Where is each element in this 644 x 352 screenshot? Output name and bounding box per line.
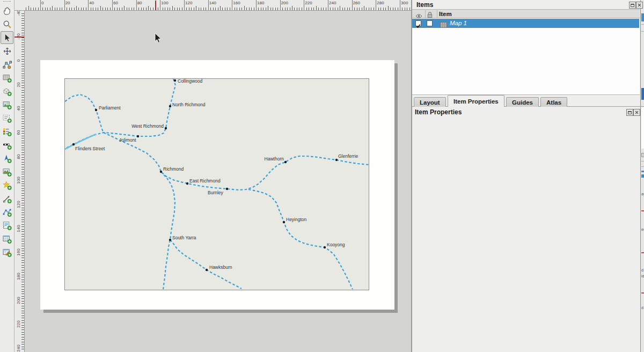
ruler-tick <box>376 0 376 10</box>
ruler-tick <box>21 23 24 24</box>
ruler-tick <box>112 0 113 10</box>
layout-canvas[interactable]: CollingwoodNorth RichmondWest RichmondPa… <box>25 11 411 352</box>
ruler-tick <box>21 42 24 43</box>
ruler-tick <box>45 8 46 10</box>
tab-layout[interactable]: Layout <box>414 97 446 107</box>
ruler-tick <box>170 8 170 10</box>
ruler-tick <box>21 52 24 52</box>
toolbar-drag-handle[interactable] <box>3 1 11 3</box>
ruler-tick <box>388 6 389 10</box>
add-marker-button[interactable] <box>1 179 13 192</box>
edge-artifact <box>641 166 644 167</box>
ruler-tick <box>21 282 24 282</box>
ruler-label: 180 <box>14 272 25 281</box>
ruler-tick <box>191 8 192 10</box>
add-html-button[interactable] <box>1 219 13 232</box>
ruler-tick <box>21 291 24 292</box>
add-scalebar-button[interactable] <box>1 138 13 151</box>
select-move-item-button[interactable] <box>1 31 13 44</box>
ruler-tick <box>31 8 31 10</box>
edge-artifact <box>641 292 644 294</box>
ruler-tick <box>93 8 93 10</box>
add-node-item-button[interactable] <box>1 206 13 218</box>
lock-checkbox[interactable] <box>427 20 433 26</box>
ruler-tick <box>136 0 137 10</box>
ruler-tick <box>237 8 237 10</box>
ruler-tick <box>326 8 326 10</box>
add-picture-icon <box>3 100 12 109</box>
ruler-tick <box>141 8 142 10</box>
ruler-tick <box>21 20 24 21</box>
ruler-tick <box>71 8 72 10</box>
zoom-button[interactable] <box>1 18 13 31</box>
ruler-tick <box>179 8 180 10</box>
ruler-tick <box>21 234 24 234</box>
edit-nodes-item-button[interactable] <box>1 58 13 71</box>
item-properties-close-button[interactable] <box>633 109 640 116</box>
add-north-arrow-button[interactable] <box>1 152 13 165</box>
ruler-tick <box>167 8 168 10</box>
items-list[interactable]: Map 1 <box>412 18 640 95</box>
column-divider <box>437 10 437 18</box>
ruler-tick <box>21 28 24 28</box>
station-label: West Richmond <box>131 123 164 129</box>
ruler-corner <box>14 0 25 11</box>
map-item-frame[interactable]: CollingwoodNorth RichmondWest RichmondPa… <box>64 78 369 290</box>
move-item-content-button[interactable] <box>1 45 13 57</box>
add-fixed-table-button[interactable] <box>1 246 13 259</box>
add-node-item-icon <box>3 208 12 217</box>
ruler-tick <box>273 8 273 10</box>
add-attribute-table-icon <box>3 234 12 244</box>
add-label-button[interactable] <box>1 112 13 124</box>
edge-artifact <box>641 24 644 25</box>
station-dot <box>95 109 97 111</box>
station-label: Hawksburn <box>209 265 232 270</box>
tab-atlas[interactable]: Atlas <box>540 97 567 107</box>
ruler-tick <box>21 294 24 294</box>
add-legend-button[interactable] <box>1 125 13 138</box>
ruler-tick <box>282 8 283 10</box>
add-scalebar-icon <box>3 141 12 150</box>
ruler-tick <box>21 123 24 124</box>
ruler-tick <box>67 8 67 10</box>
items-undock-button[interactable] <box>629 2 636 9</box>
ruler-tick <box>227 8 228 10</box>
add-3d-map-button[interactable] <box>1 85 13 98</box>
ruler-tick <box>210 8 211 10</box>
edge-artifact <box>641 88 644 100</box>
ruler-tick <box>21 258 24 258</box>
item-properties-undock-button[interactable] <box>626 109 633 116</box>
ruler-label: 160 <box>233 1 240 5</box>
station-label: Hawthorn <box>265 156 284 162</box>
add-picture-button[interactable] <box>1 98 13 111</box>
add-arrow-button[interactable] <box>1 192 13 205</box>
ruler-tick <box>235 8 235 10</box>
ruler-tick <box>129 8 129 10</box>
ruler-label: 20 <box>65 1 70 5</box>
add-attribute-table-button[interactable] <box>1 232 13 245</box>
station-dot <box>186 182 188 185</box>
ruler-tick <box>263 8 264 10</box>
ruler-tick <box>21 334 24 335</box>
ruler-tick <box>131 8 132 10</box>
ruler-tick <box>196 6 196 10</box>
add-map-button[interactable] <box>1 71 13 84</box>
ruler-tick <box>225 8 225 10</box>
horizontal-ruler: 0204060801001201401601802002202402602803… <box>25 0 411 11</box>
ruler-tick <box>222 8 223 10</box>
add-elevation-profile-button[interactable] <box>1 165 13 178</box>
items-close-button[interactable] <box>636 2 643 9</box>
ruler-tick <box>393 8 393 10</box>
visibility-checkbox[interactable] <box>415 20 421 26</box>
pan-layout-button[interactable] <box>1 4 13 17</box>
mouse-cursor-icon <box>155 33 162 43</box>
tab-item-properties[interactable]: Item Properties <box>448 95 504 107</box>
ruler-tick <box>342 8 343 10</box>
ruler-tick <box>21 121 24 122</box>
ruler-tick <box>21 102 24 102</box>
items-row-map-1[interactable]: Map 1 <box>412 19 639 28</box>
layout-toolbox <box>0 0 14 352</box>
tab-guides[interactable]: Guides <box>506 97 539 107</box>
ruler-label: 200 <box>14 296 25 305</box>
ruler-tick <box>134 8 134 10</box>
